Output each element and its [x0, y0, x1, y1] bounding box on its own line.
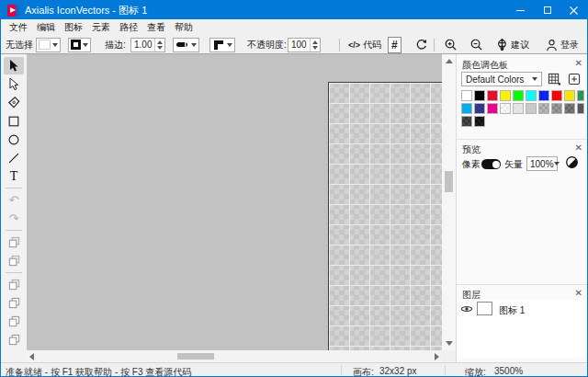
- color-swatch[interactable]: [474, 116, 485, 127]
- spinner-arrows[interactable]: [310, 39, 320, 51]
- horizontal-scroll-thumb[interactable]: [177, 353, 214, 360]
- paste-icon: [7, 254, 21, 268]
- palette-close-button[interactable]: ✕: [575, 59, 582, 68]
- layers-list: 图标 1: [457, 300, 588, 358]
- rotate-view-button[interactable]: [412, 37, 431, 52]
- send-backward-button[interactable]: [4, 313, 24, 330]
- palette-select[interactable]: Default Colors: [461, 72, 542, 86]
- scroll-up-arrow[interactable]: [446, 59, 453, 63]
- paste-button[interactable]: [4, 252, 24, 269]
- stroke-width-label: 描边:: [105, 36, 126, 53]
- stroke-color-dropdown[interactable]: [68, 38, 91, 52]
- minimize-button[interactable]: [507, 1, 534, 19]
- fill-color-dropdown[interactable]: [36, 38, 61, 52]
- stroke-cap-dropdown[interactable]: [173, 38, 199, 52]
- stroke-width-spinner[interactable]: 1.00: [130, 38, 165, 52]
- maximize-button[interactable]: [534, 1, 560, 19]
- redo-button[interactable]: ↷: [4, 210, 24, 227]
- line-tool[interactable]: [4, 149, 24, 166]
- stroke-join-dropdown[interactable]: [209, 38, 235, 52]
- canvas-area[interactable]: [27, 54, 442, 350]
- color-swatch[interactable]: [461, 90, 472, 101]
- color-swatch[interactable]: [564, 103, 575, 114]
- color-swatch[interactable]: [500, 103, 511, 114]
- canvas-vertical-scrollbar[interactable]: [442, 54, 456, 350]
- color-swatch[interactable]: [461, 103, 472, 114]
- vertical-scroll-thumb[interactable]: [445, 171, 453, 192]
- ellipse-tool[interactable]: [4, 131, 24, 148]
- preview-close-button[interactable]: ✕: [575, 143, 582, 153]
- undo-button[interactable]: ↶: [4, 191, 24, 209]
- copy-button[interactable]: [4, 234, 24, 251]
- send-backward-icon: [7, 314, 21, 328]
- preview-background-button[interactable]: [565, 155, 579, 169]
- selection-status-label: 无选择: [6, 36, 33, 53]
- menu-icon[interactable]: 图标: [60, 19, 87, 36]
- preview-zoom-select[interactable]: 100%: [526, 156, 558, 171]
- menu-view[interactable]: 查看: [142, 19, 170, 36]
- color-swatch[interactable]: [474, 90, 485, 101]
- code-button[interactable]: </> 代码: [345, 38, 384, 52]
- color-swatch[interactable]: [500, 90, 511, 101]
- color-swatch[interactable]: [538, 103, 549, 114]
- pixel-vector-toggle[interactable]: [481, 159, 501, 169]
- canvas-horizontal-scrollbar[interactable]: [27, 350, 442, 362]
- color-swatch[interactable]: [487, 90, 498, 101]
- zoom-in-button[interactable]: [441, 37, 460, 52]
- rectangle-tool[interactable]: [4, 112, 24, 130]
- bring-to-front-icon: [7, 278, 21, 291]
- spinner-arrows[interactable]: [154, 39, 164, 51]
- bring-to-front-button[interactable]: [4, 276, 24, 293]
- color-swatch[interactable]: [551, 90, 562, 101]
- login-button[interactable]: 登录: [543, 38, 582, 52]
- palette-select-value: Default Colors: [466, 74, 524, 85]
- scroll-down-arrow[interactable]: [446, 341, 453, 346]
- menu-path[interactable]: 路径: [115, 19, 142, 36]
- chevron-down-icon: [554, 162, 560, 166]
- artboard-checkerboard[interactable]: [328, 82, 442, 350]
- color-swatch[interactable]: [461, 116, 472, 127]
- menu-element[interactable]: 元素: [87, 19, 115, 36]
- layer-thumbnail[interactable]: [477, 302, 492, 315]
- suggest-button[interactable]: 建议: [493, 38, 532, 52]
- direct-select-tool[interactable]: [4, 75, 24, 93]
- pen-tool[interactable]: [4, 94, 24, 111]
- palette-grid-button[interactable]: [548, 73, 560, 86]
- select-tool[interactable]: [4, 57, 24, 74]
- layers-close-button[interactable]: ✕: [575, 289, 582, 298]
- text-icon: T: [10, 170, 18, 183]
- opacity-spinner[interactable]: 100: [288, 38, 321, 52]
- menu-file[interactable]: 文件: [5, 19, 32, 36]
- zoom-level-label: 缩放:: [465, 366, 486, 377]
- color-swatch[interactable]: [487, 103, 498, 114]
- menu-edit[interactable]: 编辑: [32, 19, 60, 36]
- undo-icon: ↶: [9, 194, 19, 206]
- chevron-down-icon: [191, 43, 197, 47]
- layer-visibility-button[interactable]: [460, 303, 473, 314]
- login-label: 登录: [560, 39, 579, 51]
- palette-add-button[interactable]: [568, 73, 581, 86]
- color-swatch[interactable]: [577, 103, 584, 114]
- zoom-out-button[interactable]: [467, 37, 486, 52]
- suggest-label: 建议: [511, 39, 529, 51]
- scroll-left-arrow[interactable]: [29, 353, 34, 360]
- close-button[interactable]: [560, 1, 587, 19]
- color-swatch[interactable]: [577, 90, 584, 101]
- color-swatch[interactable]: [538, 90, 549, 101]
- grid-toggle-button[interactable]: #: [388, 37, 401, 53]
- send-to-back-button[interactable]: [4, 331, 24, 348]
- color-swatch[interactable]: [474, 103, 485, 114]
- text-tool[interactable]: T: [4, 167, 24, 185]
- color-swatch[interactable]: [513, 90, 524, 101]
- color-swatch[interactable]: [526, 90, 537, 101]
- layer-row[interactable]: 图标 1: [457, 300, 588, 320]
- pen-icon: [7, 96, 20, 109]
- color-swatch[interactable]: [564, 90, 575, 101]
- color-swatch[interactable]: [526, 103, 537, 114]
- color-swatch[interactable]: [551, 103, 562, 114]
- bring-forward-button[interactable]: [4, 294, 24, 312]
- status-bar: 准备就绪 - 按 F1 获取帮助 - 按 F3 查看源代码 画布: 32x32 …: [1, 362, 587, 377]
- color-swatch[interactable]: [513, 103, 524, 114]
- scroll-right-arrow[interactable]: [435, 353, 439, 360]
- menu-help[interactable]: 帮助: [170, 19, 198, 36]
